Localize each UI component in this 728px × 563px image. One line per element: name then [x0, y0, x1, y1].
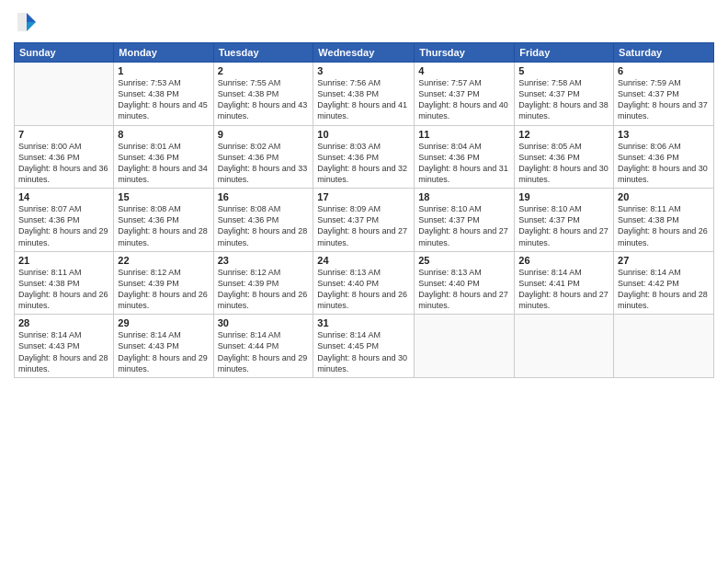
calendar-cell: 24Sunrise: 8:13 AMSunset: 4:40 PMDayligh…: [313, 251, 415, 315]
calendar-cell: 28Sunrise: 8:14 AMSunset: 4:43 PMDayligh…: [15, 315, 114, 378]
calendar-cell: [614, 315, 714, 378]
day-info: Sunrise: 8:09 AMSunset: 4:37 PMDaylight:…: [317, 203, 410, 248]
calendar-week-row: 28Sunrise: 8:14 AMSunset: 4:43 PMDayligh…: [15, 315, 714, 378]
calendar-cell: 7Sunrise: 8:00 AMSunset: 4:36 PMDaylight…: [15, 125, 114, 189]
day-number: 25: [418, 255, 510, 266]
calendar-cell: 10Sunrise: 8:03 AMSunset: 4:36 PMDayligh…: [313, 125, 415, 189]
day-info: Sunrise: 8:12 AMSunset: 4:39 PMDaylight:…: [118, 267, 209, 312]
calendar-cell: 6Sunrise: 7:59 AMSunset: 4:37 PMDaylight…: [614, 63, 714, 126]
day-number: 23: [218, 255, 310, 266]
svg-marker-2: [17, 13, 27, 31]
weekday-header-saturday: Saturday: [614, 43, 714, 63]
day-info: Sunrise: 8:10 AMSunset: 4:37 PMDaylight:…: [418, 203, 510, 248]
calendar-week-row: 7Sunrise: 8:00 AMSunset: 4:36 PMDaylight…: [15, 125, 714, 189]
calendar-cell: 17Sunrise: 8:09 AMSunset: 4:37 PMDayligh…: [313, 189, 415, 252]
day-info: Sunrise: 8:08 AMSunset: 4:36 PMDaylight:…: [218, 203, 310, 248]
day-number: 6: [618, 65, 710, 76]
day-info: Sunrise: 8:05 AMSunset: 4:36 PMDaylight:…: [518, 141, 609, 186]
weekday-header-row: SundayMondayTuesdayWednesdayThursdayFrid…: [15, 43, 714, 63]
day-number: 14: [18, 191, 109, 202]
day-info: Sunrise: 8:10 AMSunset: 4:37 PMDaylight:…: [518, 203, 609, 248]
weekday-header-thursday: Thursday: [415, 43, 515, 63]
day-number: 11: [418, 129, 510, 140]
weekday-header-wednesday: Wednesday: [313, 43, 415, 63]
day-number: 10: [317, 129, 410, 140]
day-number: 7: [18, 129, 109, 140]
day-number: 24: [317, 255, 410, 266]
calendar-cell: 30Sunrise: 8:14 AMSunset: 4:44 PMDayligh…: [213, 315, 313, 378]
day-number: 16: [218, 191, 310, 202]
calendar-cell: 16Sunrise: 8:08 AMSunset: 4:36 PMDayligh…: [213, 189, 313, 252]
calendar-body: 1Sunrise: 7:53 AMSunset: 4:38 PMDaylight…: [15, 63, 714, 378]
header: [14, 9, 714, 35]
day-info: Sunrise: 7:59 AMSunset: 4:37 PMDaylight:…: [618, 77, 710, 122]
weekday-header-friday: Friday: [515, 43, 614, 63]
calendar-cell: 11Sunrise: 8:04 AMSunset: 4:36 PMDayligh…: [415, 125, 515, 189]
calendar-cell: 25Sunrise: 8:13 AMSunset: 4:40 PMDayligh…: [415, 251, 515, 315]
day-number: 26: [518, 255, 609, 266]
day-info: Sunrise: 7:55 AMSunset: 4:38 PMDaylight:…: [218, 77, 310, 122]
weekday-header-sunday: Sunday: [15, 43, 114, 63]
day-info: Sunrise: 8:14 AMSunset: 4:42 PMDaylight:…: [618, 267, 710, 312]
calendar-cell: 19Sunrise: 8:10 AMSunset: 4:37 PMDayligh…: [515, 189, 614, 252]
day-info: Sunrise: 8:14 AMSunset: 4:43 PMDaylight:…: [118, 329, 209, 374]
calendar-cell: 5Sunrise: 7:58 AMSunset: 4:37 PMDaylight…: [515, 63, 614, 126]
svg-marker-0: [27, 13, 36, 22]
day-number: 28: [18, 317, 109, 328]
weekday-header-tuesday: Tuesday: [213, 43, 313, 63]
day-number: 5: [518, 65, 609, 76]
day-info: Sunrise: 7:56 AMSunset: 4:38 PMDaylight:…: [317, 77, 410, 122]
day-info: Sunrise: 8:00 AMSunset: 4:36 PMDaylight:…: [18, 141, 109, 186]
calendar-cell: 31Sunrise: 8:14 AMSunset: 4:45 PMDayligh…: [313, 315, 415, 378]
calendar-cell: 29Sunrise: 8:14 AMSunset: 4:43 PMDayligh…: [114, 315, 213, 378]
calendar-cell: 18Sunrise: 8:10 AMSunset: 4:37 PMDayligh…: [415, 189, 515, 252]
day-number: 20: [618, 191, 710, 202]
day-info: Sunrise: 8:03 AMSunset: 4:36 PMDaylight:…: [317, 141, 410, 186]
calendar-cell: 21Sunrise: 8:11 AMSunset: 4:38 PMDayligh…: [15, 251, 114, 315]
calendar-cell: 8Sunrise: 8:01 AMSunset: 4:36 PMDaylight…: [114, 125, 213, 189]
svg-marker-1: [27, 22, 36, 31]
day-info: Sunrise: 8:11 AMSunset: 4:38 PMDaylight:…: [18, 267, 109, 312]
calendar-week-row: 21Sunrise: 8:11 AMSunset: 4:38 PMDayligh…: [15, 251, 714, 315]
day-info: Sunrise: 8:01 AMSunset: 4:36 PMDaylight:…: [118, 141, 209, 186]
day-number: 12: [518, 129, 609, 140]
day-info: Sunrise: 8:14 AMSunset: 4:45 PMDaylight:…: [317, 329, 410, 374]
day-info: Sunrise: 8:12 AMSunset: 4:39 PMDaylight:…: [218, 267, 310, 312]
day-info: Sunrise: 7:53 AMSunset: 4:38 PMDaylight:…: [118, 77, 209, 122]
calendar-cell: 22Sunrise: 8:12 AMSunset: 4:39 PMDayligh…: [114, 251, 213, 315]
calendar-cell: 15Sunrise: 8:08 AMSunset: 4:36 PMDayligh…: [114, 189, 213, 252]
day-number: 29: [118, 317, 209, 328]
day-number: 8: [118, 129, 209, 140]
calendar-cell: 27Sunrise: 8:14 AMSunset: 4:42 PMDayligh…: [614, 251, 714, 315]
logo-icon: [14, 9, 40, 35]
day-info: Sunrise: 8:14 AMSunset: 4:41 PMDaylight:…: [518, 267, 609, 312]
day-info: Sunrise: 7:58 AMSunset: 4:37 PMDaylight:…: [518, 77, 609, 122]
calendar-cell: 12Sunrise: 8:05 AMSunset: 4:36 PMDayligh…: [515, 125, 614, 189]
day-info: Sunrise: 7:57 AMSunset: 4:37 PMDaylight:…: [418, 77, 510, 122]
day-number: 9: [218, 129, 310, 140]
calendar-cell: 26Sunrise: 8:14 AMSunset: 4:41 PMDayligh…: [515, 251, 614, 315]
day-number: 15: [118, 191, 209, 202]
calendar-cell: 9Sunrise: 8:02 AMSunset: 4:36 PMDaylight…: [213, 125, 313, 189]
day-info: Sunrise: 8:14 AMSunset: 4:44 PMDaylight:…: [218, 329, 310, 374]
page: SundayMondayTuesdayWednesdayThursdayFrid…: [0, 0, 728, 563]
day-info: Sunrise: 8:07 AMSunset: 4:36 PMDaylight:…: [18, 203, 109, 248]
calendar-cell: 1Sunrise: 7:53 AMSunset: 4:38 PMDaylight…: [114, 63, 213, 126]
day-info: Sunrise: 8:13 AMSunset: 4:40 PMDaylight:…: [418, 267, 510, 312]
day-number: 2: [218, 65, 310, 76]
day-number: 3: [317, 65, 410, 76]
weekday-header-monday: Monday: [114, 43, 213, 63]
day-number: 30: [218, 317, 310, 328]
calendar-cell: [415, 315, 515, 378]
day-info: Sunrise: 8:13 AMSunset: 4:40 PMDaylight:…: [317, 267, 410, 312]
day-info: Sunrise: 8:08 AMSunset: 4:36 PMDaylight:…: [118, 203, 209, 248]
calendar-cell: 3Sunrise: 7:56 AMSunset: 4:38 PMDaylight…: [313, 63, 415, 126]
day-number: 21: [18, 255, 109, 266]
day-number: 22: [118, 255, 209, 266]
calendar-header: SundayMondayTuesdayWednesdayThursdayFrid…: [15, 43, 714, 63]
day-number: 19: [518, 191, 609, 202]
day-info: Sunrise: 8:11 AMSunset: 4:38 PMDaylight:…: [618, 203, 710, 248]
day-info: Sunrise: 8:04 AMSunset: 4:36 PMDaylight:…: [418, 141, 510, 186]
day-number: 4: [418, 65, 510, 76]
calendar-cell: 13Sunrise: 8:06 AMSunset: 4:36 PMDayligh…: [614, 125, 714, 189]
